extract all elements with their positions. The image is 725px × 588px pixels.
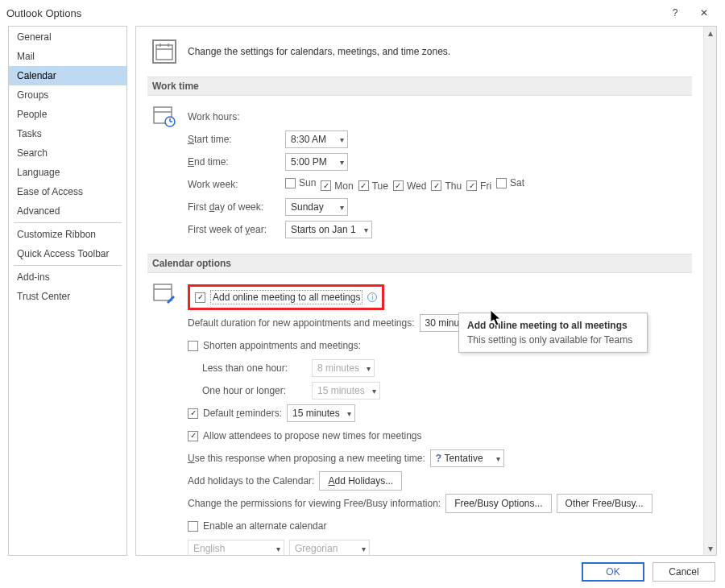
sidebar-item-mail[interactable]: Mail [9, 47, 126, 66]
info-icon[interactable]: i [367, 292, 377, 302]
other-freebusy-button[interactable]: Other Free/Busy... [557, 494, 652, 513]
sidebar-item-groups[interactable]: Groups [9, 85, 126, 105]
first-day-label: First day of week: [188, 201, 280, 213]
first-week-label: First week of year: [188, 224, 280, 235]
day-checkbox-fri[interactable] [466, 180, 477, 191]
tooltip-title: Add online meeting to all meetings [467, 320, 639, 331]
day-checkbox-wed[interactable] [393, 180, 404, 191]
day-label: Tue [372, 180, 388, 192]
default-reminders-checkbox[interactable] [188, 408, 198, 419]
day-checkbox-tue[interactable] [358, 180, 369, 191]
sidebar-item-general[interactable]: General [9, 27, 126, 47]
day-label: Thu [445, 180, 462, 192]
default-reminders-label: Default reminders: [203, 408, 282, 419]
freebusy-label: Change the permissions for viewing Free/… [188, 498, 441, 509]
ok-button[interactable]: OK [582, 562, 644, 582]
window-title: Outlook Options [6, 7, 661, 19]
day-label: Sun [299, 177, 316, 188]
allow-propose-checkbox[interactable] [188, 431, 198, 441]
sidebar-item-tasks[interactable]: Tasks [9, 124, 126, 143]
freebusy-options-button[interactable]: Free/Busy Options... [445, 494, 551, 513]
sidebar-item-trust-center[interactable]: Trust Center [9, 287, 126, 306]
day-label: Sat [510, 177, 524, 188]
shorten-appointments-checkbox[interactable] [188, 341, 198, 351]
add-online-meeting-label: Add online meeting to all meetings [210, 290, 362, 304]
category-sidebar: General Mail Calendar Groups People Task… [8, 26, 127, 556]
default-duration-label: Default duration for new appointments an… [188, 317, 415, 329]
enable-alternate-calendar-checkbox[interactable] [188, 521, 198, 532]
add-holidays-button[interactable]: Add Holidays... [319, 471, 402, 491]
end-time-label: End time: [188, 156, 280, 168]
cancel-button[interactable]: Cancel [652, 562, 715, 582]
tooltip-body: This setting is only available for Teams [467, 334, 639, 346]
shorten-appointments-label: Shorten appointments and meetings: [203, 340, 361, 351]
dialog-footer: OK Cancel [0, 556, 725, 588]
start-time-select[interactable]: 8:30 AM [285, 130, 348, 148]
day-checkbox-sat[interactable] [496, 178, 507, 188]
sidebar-item-people[interactable]: People [9, 105, 126, 124]
help-button[interactable]: ? [661, 3, 690, 23]
work-time-icon [152, 104, 176, 128]
sidebar-item-add-ins[interactable]: Add-ins [9, 267, 126, 287]
first-week-select[interactable]: Starts on Jan 1 [285, 221, 372, 238]
alt-calendar-type-select: Gregorian [289, 540, 370, 555]
first-day-select[interactable]: Sunday [285, 198, 348, 216]
less-than-hour-label: Less than one hour: [202, 362, 307, 374]
sidebar-item-ease-of-access[interactable]: Ease of Access [9, 182, 126, 201]
highlight-annotation: Add online meeting to all meetings i [188, 284, 384, 310]
vertical-scrollbar[interactable]: ▴ ▾ [703, 27, 716, 555]
work-time-header: Work time [147, 77, 692, 96]
sidebar-item-language[interactable]: Language [9, 163, 126, 182]
sidebar-item-calendar[interactable]: Calendar [9, 66, 126, 85]
default-reminders-select[interactable]: 15 minutes [287, 404, 355, 422]
day-label: Fri [480, 180, 491, 192]
one-hour-or-longer-select: 15 minutes [312, 382, 380, 400]
calendar-intro-icon [152, 39, 176, 64]
day-checkbox-mon[interactable] [321, 180, 331, 191]
less-than-hour-select: 8 minutes [312, 359, 375, 377]
svg-rect-9 [154, 284, 172, 300]
alt-calendar-language-select: English [188, 540, 284, 555]
work-hours-label: Work hours: [188, 111, 239, 122]
svg-rect-0 [156, 45, 172, 60]
one-hour-or-longer-label: One hour or longer: [202, 385, 307, 396]
add-holidays-label: Add holidays to the Calendar: [188, 475, 314, 487]
propose-response-label: Use this response when proposing a new m… [188, 453, 425, 464]
main-panel: ▴ ▾ Change the settings for calendars, m… [135, 26, 717, 556]
work-week-label: Work week: [188, 179, 280, 190]
window-titlebar: Outlook Options ? ✕ [0, 0, 725, 26]
intro-text: Change the settings for calendars, meeti… [188, 46, 450, 57]
sidebar-item-customize-ribbon[interactable]: Customize Ribbon [9, 225, 126, 244]
allow-propose-label: Allow attendees to propose new times for… [203, 430, 421, 441]
calendar-options-header: Calendar options [147, 254, 692, 273]
scroll-down-icon[interactable]: ▾ [704, 542, 716, 555]
scroll-up-icon[interactable]: ▴ [704, 27, 716, 39]
enable-alternate-calendar-label: Enable an alternate calendar [203, 520, 326, 532]
sidebar-item-search[interactable]: Search [9, 143, 126, 163]
day-checkbox-sun[interactable] [285, 178, 296, 188]
close-button[interactable]: ✕ [690, 3, 719, 23]
start-time-label: Start time: [188, 134, 280, 145]
add-online-meeting-checkbox[interactable] [195, 292, 205, 303]
day-label: Mon [334, 180, 353, 192]
propose-response-select[interactable]: ? Tentative [430, 449, 504, 467]
day-checkbox-thu[interactable] [431, 180, 441, 191]
info-tooltip: Add online meeting to all meetings This … [458, 313, 648, 353]
end-time-select[interactable]: 5:00 PM [285, 153, 348, 171]
sidebar-item-quick-access-toolbar[interactable]: Quick Access Toolbar [9, 244, 126, 263]
sidebar-item-advanced[interactable]: Advanced [9, 201, 126, 221]
day-label: Wed [407, 180, 426, 192]
calendar-options-icon [152, 281, 176, 305]
